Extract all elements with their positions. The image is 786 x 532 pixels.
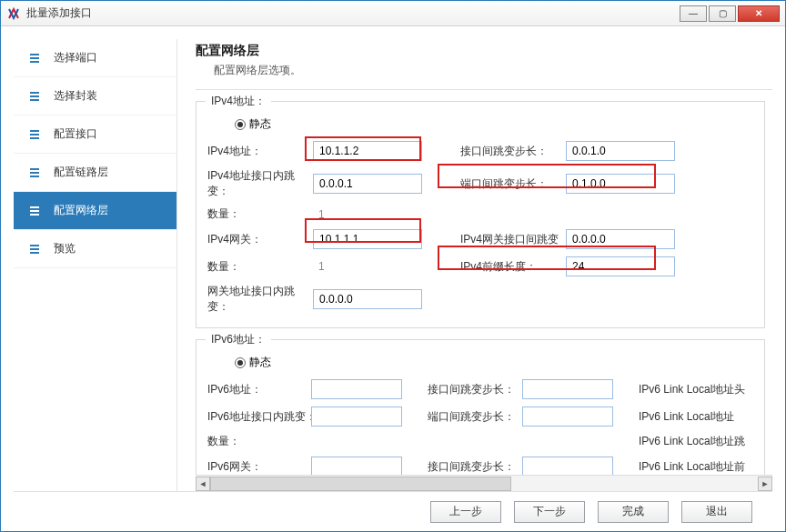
sidebar: 选择端口 选择封装 配置接口 配置链路层 配置网络层 预览 (14, 39, 177, 491)
next-button[interactable]: 下一步 (514, 501, 585, 523)
scroll-thumb[interactable] (210, 477, 511, 491)
sidebar-item-config-interface[interactable]: 配置接口 (14, 115, 176, 154)
window-title: 批量添加接口 (26, 5, 678, 21)
scroll-body[interactable]: IPv4地址： 静态 IPv4地址： 接口间跳变步长： IPv4地址接口内跳变： (196, 90, 772, 475)
page-title: 配置网络层 (196, 43, 772, 59)
ipv6-gw-label: IPv6网关： (207, 459, 307, 475)
sidebar-item-label: 配置网络层 (54, 203, 108, 218)
radio-icon (235, 357, 246, 368)
ipv4-count-value: 1 (313, 208, 422, 221)
content-area: 选择端口 选择封装 配置接口 配置链路层 配置网络层 预览 配置网络层 配置网络… (1, 26, 785, 491)
ipv6-addr-input[interactable] (311, 379, 402, 399)
ipv4-portstep-input[interactable] (566, 174, 675, 194)
close-button[interactable]: ✕ (738, 5, 780, 22)
menu-icon (30, 168, 39, 177)
ipv6-legend: IPv6地址： (206, 332, 271, 347)
horizontal-scrollbar[interactable]: ◄ ► (196, 475, 772, 491)
ipv4-gw-input[interactable] (313, 229, 422, 249)
titlebar: 批量添加接口 — ▢ ✕ (1, 1, 785, 26)
menu-icon (30, 206, 39, 216)
ipv4-addrinner-input[interactable] (313, 174, 422, 194)
sidebar-item-label: 配置接口 (54, 126, 97, 142)
sidebar-item-preview[interactable]: 预览 (14, 230, 176, 268)
page-subtitle: 配置网络层选项。 (214, 63, 772, 78)
main-header: 配置网络层 配置网络层选项。 (196, 39, 772, 89)
sidebar-item-label: 预览 (54, 241, 76, 256)
scroll-area: IPv4地址： 静态 IPv4地址： 接口间跳变步长： IPv4地址接口内跳变： (196, 89, 772, 475)
menu-icon (30, 92, 39, 101)
sidebar-item-label: 选择封装 (54, 88, 97, 104)
ipv4-gw-label: IPv4网关： (207, 232, 307, 247)
ipv4-addr-label: IPv4地址： (207, 144, 307, 159)
ipv6-portstep-label: 端口间跳变步长： (428, 409, 519, 425)
ipv4-ifstep-label: 接口间跳变步长： (460, 144, 560, 159)
ipv6-ll-addr-label: IPv6 Link Local地址 (639, 409, 772, 425)
ipv6-count-label: 数量： (207, 434, 307, 449)
ipv4-form: IPv4地址： 接口间跳变步长： IPv4地址接口内跳变： 端口间跳变步长： 数… (207, 141, 753, 315)
radio-label: 静态 (249, 355, 271, 370)
window-buttons: — ▢ ✕ (678, 5, 780, 22)
ipv4-count2-label: 数量： (207, 259, 307, 275)
sidebar-item-config-link[interactable]: 配置链路层 (14, 154, 176, 192)
ipv4-portstep-label: 端口间跳变步长： (460, 176, 560, 192)
ipv4-gwinner-input[interactable] (313, 289, 422, 309)
sidebar-item-select-encap[interactable]: 选择封装 (14, 77, 176, 115)
ipv6-addrinner-input[interactable] (311, 407, 402, 427)
ipv4-prefix-label: IPv4前缀长度： (460, 259, 560, 275)
ipv6-gwstep-label: 接口间跳变步长： (428, 459, 519, 475)
app-window: 批量添加接口 — ▢ ✕ 选择端口 选择封装 配置接口 配置链路层 配置网络层 … (0, 0, 786, 532)
ipv6-ifstep-input[interactable] (522, 379, 613, 399)
sidebar-item-label: 配置链路层 (54, 165, 108, 180)
main-panel: 配置网络层 配置网络层选项。 IPv4地址： 静态 IPv4地址： (177, 39, 772, 491)
ipv4-gwifstep-input[interactable] (566, 229, 675, 249)
scroll-left-icon[interactable]: ◄ (196, 477, 210, 491)
ipv4-static-radio[interactable]: 静态 (235, 116, 753, 132)
ipv6-addrinner-label: IPv6地址接口内跳变： (207, 409, 307, 425)
ipv6-gwstep-input[interactable] (522, 457, 613, 475)
ipv6-ll-prefix-label: IPv6 Link Local地址前 (639, 459, 772, 475)
minimize-button[interactable]: — (680, 5, 707, 22)
ipv6-ifstep-label: 接口间跳变步长： (428, 382, 519, 397)
ipv4-addr-input[interactable] (313, 141, 422, 161)
sidebar-item-select-port[interactable]: 选择端口 (14, 39, 176, 77)
ipv6-form: IPv6地址： 接口间跳变步长： IPv6 Link Local地址头 IPv6… (207, 379, 753, 475)
exit-button[interactable]: 退出 (681, 501, 752, 523)
radio-label: 静态 (249, 116, 271, 132)
sidebar-item-label: 选择端口 (54, 50, 97, 65)
ipv4-count-label: 数量： (207, 206, 307, 222)
menu-icon (30, 130, 39, 139)
sidebar-item-config-network[interactable]: 配置网络层 (14, 192, 176, 230)
ipv6-ll-head-label: IPv6 Link Local地址头 (639, 382, 772, 397)
maximize-button[interactable]: ▢ (709, 5, 736, 22)
menu-icon (30, 54, 39, 63)
footer: 上一步 下一步 完成 退出 (14, 491, 772, 531)
ipv6-ll-step-label: IPv6 Link Local地址跳 (639, 434, 772, 449)
ipv6-portstep-input[interactable] (522, 407, 613, 427)
ipv4-count2-value: 1 (313, 260, 422, 273)
prev-button[interactable]: 上一步 (430, 501, 501, 523)
ipv4-fieldset: IPv4地址： 静态 IPv4地址： 接口间跳变步长： IPv4地址接口内跳变： (196, 101, 765, 328)
ipv4-legend: IPv4地址： (206, 94, 271, 109)
ipv4-prefix-input[interactable] (566, 256, 675, 276)
ipv6-static-radio[interactable]: 静态 (235, 355, 753, 370)
ipv4-gwifstep-label: IPv4网关接口间跳变 (460, 232, 560, 247)
ipv4-ifstep-input[interactable] (566, 141, 675, 161)
app-icon (6, 6, 21, 21)
ipv6-gw-input[interactable] (311, 457, 402, 475)
scroll-right-icon[interactable]: ► (758, 477, 772, 491)
ipv4-gwinner-label: 网关地址接口内跳变： (207, 284, 307, 315)
finish-button[interactable]: 完成 (598, 501, 669, 523)
ipv6-fieldset: IPv6地址： 静态 IPv6地址： 接口间跳变步长： IP (196, 339, 765, 475)
menu-icon (30, 245, 39, 254)
ipv4-addrinner-label: IPv4地址接口内跳变： (207, 168, 307, 199)
ipv6-addr-label: IPv6地址： (207, 382, 307, 397)
scroll-track[interactable] (210, 477, 758, 491)
radio-icon (235, 119, 246, 130)
